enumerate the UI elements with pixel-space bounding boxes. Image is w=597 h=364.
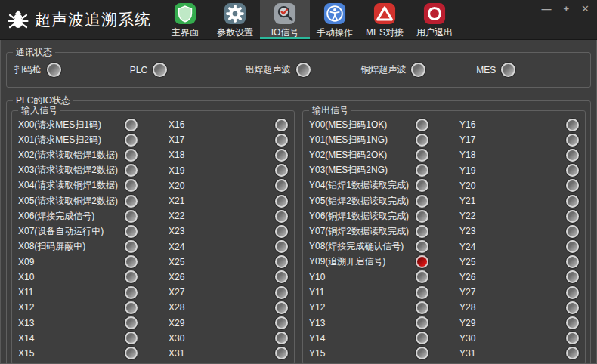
mes-triangle-icon (373, 2, 396, 25)
comm-status-item: 铝焊超声波 (241, 63, 357, 77)
signal-row: Y00(MES扫码1OK) (309, 117, 428, 132)
close-button[interactable]: ✕ (581, 4, 589, 14)
toolbar-button-param-settings[interactable]: 参数设置 (210, 0, 260, 39)
signal-indicator (275, 119, 288, 131)
toolbar-button-label: IO信号 (271, 26, 299, 39)
signal-indicator (125, 149, 138, 162)
input-signals-title: 输入信号 (18, 104, 60, 117)
signal-label: Y23 (459, 226, 475, 236)
app-logo-bug-icon (6, 8, 30, 32)
signal-indicator (275, 210, 288, 223)
comm-status-label: 铝焊超声波 (246, 63, 291, 76)
signal-row: Y15 (309, 346, 428, 361)
signal-label: Y09(追溯开启信号) (309, 255, 385, 268)
signal-indicator (411, 63, 425, 77)
signal-row: X16 (169, 117, 288, 132)
signal-row: X03(请求读取铝焊2数据) (18, 163, 138, 178)
signal-label: Y18 (459, 150, 475, 160)
signal-row: X28 (169, 300, 288, 315)
input-signals-column-2: X16X17X18X19X20X21X22X23X24X25X26X27X28X… (169, 116, 288, 361)
maximize-button[interactable]: + (564, 4, 570, 14)
signal-row: X17 (169, 132, 288, 147)
signal-indicator (275, 134, 288, 147)
signal-row: Y16 (459, 117, 579, 132)
signal-label: X29 (169, 318, 184, 329)
signal-indicator (566, 316, 579, 329)
signal-row: X02(请求读取铝焊1数据) (18, 147, 138, 162)
signal-row: X13 (18, 315, 138, 330)
signal-indicator (416, 286, 428, 299)
signal-indicator (416, 164, 428, 177)
comm-status-label: PLC (130, 65, 147, 76)
signal-label: X16 (169, 119, 184, 130)
signal-indicator (275, 270, 288, 283)
signal-indicator (125, 240, 138, 253)
signal-label: Y31 (459, 348, 475, 359)
signal-label: X15 (18, 348, 34, 359)
signal-indicator (416, 225, 428, 238)
toolbar-button-user-exit[interactable]: 用户退出 (410, 0, 459, 39)
signal-label: X07(设备自动运行中) (18, 225, 104, 238)
signal-indicator (125, 195, 138, 208)
signal-row: X09 (18, 254, 138, 270)
signal-row: X25 (169, 254, 288, 270)
signal-row: Y31 (459, 346, 579, 361)
signal-indicator (416, 149, 428, 162)
signal-label: Y00(MES扫码1OK) (309, 119, 387, 131)
input-signals-group: 输入信号 X00(请求MES扫1码)X01(请求MES扫2码)X02(请求读取铝… (11, 110, 295, 364)
signal-indicator (125, 286, 138, 299)
signal-indicator (153, 63, 167, 77)
signal-indicator (275, 179, 288, 192)
signal-row: X01(请求MES扫2码) (18, 132, 138, 147)
signal-indicator (416, 255, 428, 268)
signal-indicator (275, 240, 288, 253)
signal-row: Y18 (459, 147, 579, 162)
signal-label: X03(请求读取铝焊2数据) (18, 164, 118, 177)
toolbar-button-io-signal[interactable]: IO信号 (260, 0, 310, 39)
comm-status-title: 通讯状态 (13, 46, 55, 59)
signal-row: X31 (169, 346, 288, 361)
signal-row: Y10 (309, 270, 428, 285)
signal-label: X14 (18, 333, 34, 344)
signal-label: Y13 (309, 318, 325, 329)
signal-row: X14 (18, 331, 138, 346)
window-controls: — + ✕ (542, 4, 590, 14)
signal-indicator (125, 347, 138, 359)
signal-label: Y19 (459, 165, 475, 176)
signal-indicator (416, 301, 428, 314)
signal-indicator (125, 301, 138, 314)
toolbar-button-manual-operation[interactable]: 手动操作 (310, 0, 360, 39)
toolbar-button-mes-dock[interactable]: MES对接 (360, 0, 410, 39)
signal-label: X10 (18, 272, 34, 282)
signal-label: Y17 (459, 134, 475, 145)
signal-label: X26 (169, 272, 184, 282)
signal-indicator (125, 316, 138, 329)
signal-label: X17 (169, 134, 184, 145)
signal-indicator (125, 255, 138, 268)
signal-indicator (416, 240, 428, 253)
signal-label: X00(请求MES扫1码) (18, 119, 101, 131)
signal-row: Y04(铝焊1数据读取完成) (309, 178, 428, 193)
signal-label: X28 (169, 302, 184, 313)
signal-label: Y28 (459, 302, 475, 313)
signal-label: Y15 (309, 348, 325, 359)
minimize-button[interactable]: — (542, 4, 552, 14)
signal-indicator (416, 316, 428, 329)
signal-indicator (275, 164, 288, 177)
signal-indicator (125, 225, 138, 238)
toolbar-button-main-screen[interactable]: 主界面 (160, 0, 210, 39)
signal-indicator (125, 134, 138, 147)
signal-row: Y24 (459, 239, 579, 254)
signal-row: X30 (169, 331, 288, 346)
toolbar-button-label: MES对接 (366, 26, 404, 39)
signal-indicator (566, 270, 579, 283)
signal-label: Y30 (459, 333, 475, 344)
signal-label: X31 (169, 348, 184, 359)
signal-row: Y13 (309, 315, 428, 330)
signal-label: Y26 (459, 272, 475, 282)
signal-indicator (566, 195, 579, 208)
signal-indicator (125, 164, 138, 177)
signal-label: X05(请求读取铜焊2数据) (18, 195, 118, 208)
signal-indicator (275, 332, 288, 344)
signal-indicator (566, 164, 579, 177)
